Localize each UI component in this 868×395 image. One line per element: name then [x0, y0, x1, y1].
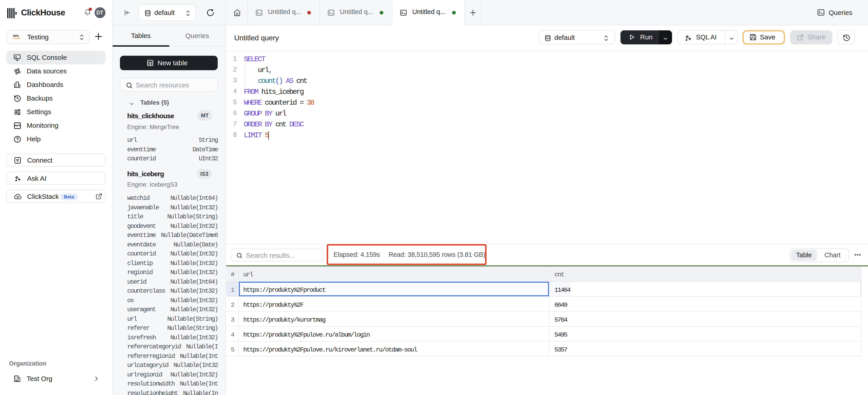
- svg-text:aws: aws: [13, 34, 19, 37]
